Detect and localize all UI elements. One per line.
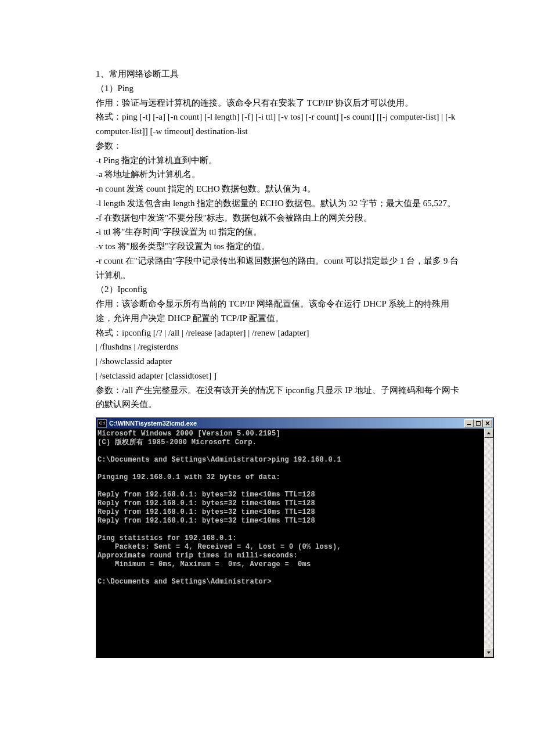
- text-line: 作用：验证与远程计算机的连接。该命令只有在安装了 TCP/IP 协议后才可以使用…: [96, 96, 464, 110]
- scroll-track[interactable]: [484, 438, 493, 648]
- cmd-icon: C:\: [98, 419, 107, 428]
- minimize-icon: [467, 421, 471, 426]
- svg-marker-5: [487, 432, 490, 434]
- text-line: | /flushdns | /registerdns: [96, 340, 464, 354]
- text-line: 格式：ping [-t] [-a] [-n count] [-l length]…: [96, 110, 464, 139]
- minimize-button[interactable]: [464, 419, 474, 427]
- text-line: -n count 发送 count 指定的 ECHO 数据包数。默认值为 4。: [96, 182, 464, 196]
- text-line: 作用：该诊断命令显示所有当前的 TCP/IP 网络配置值。该命令在运行 DHCP…: [96, 297, 464, 326]
- text-line: 参数：/all 产生完整显示。在没有该开关的情况下 ipconfig 只显示 I…: [96, 383, 464, 412]
- text-line: 1、常用网络诊断工具: [96, 67, 464, 81]
- text-line: -i ttl 将"生存时间"字段设置为 ttl 指定的值。: [96, 225, 464, 239]
- text-line: （1）Ping: [96, 81, 464, 96]
- text-line: | /setclassid adapter [classidtoset] ]: [96, 369, 464, 383]
- text-line: -t Ping 指定的计算机直到中断。: [96, 153, 464, 168]
- svg-marker-6: [487, 651, 490, 654]
- scroll-up-button[interactable]: [484, 429, 493, 438]
- maximize-button[interactable]: [474, 419, 483, 427]
- arrow-down-icon: [486, 650, 491, 655]
- cmd-client-area: Microsoft Windows 2000 [Version 5.00.219…: [96, 429, 493, 657]
- text-line: | /showclassid adapter: [96, 354, 464, 369]
- text-line: 格式：ipconfig [/? | /all | /release [adapt…: [96, 326, 464, 340]
- text-line: -v tos 将"服务类型"字段设置为 tos 指定的值。: [96, 239, 464, 254]
- text-line: -r count 在"记录路由"字段中记录传出和返回数据包的路由。count 可…: [96, 254, 464, 283]
- scroll-down-button[interactable]: [484, 648, 493, 657]
- document-text: 1、常用网络诊断工具 （1）Ping 作用：验证与远程计算机的连接。该命令只有在…: [96, 67, 464, 412]
- text-line: （2）Ipconfig: [96, 282, 464, 297]
- text-line: 参数：: [96, 139, 464, 153]
- close-icon: [485, 421, 490, 426]
- window-title: C:\WINNT\system32\cmd.exe: [109, 418, 464, 429]
- maximize-icon: [476, 421, 481, 426]
- text-line: -a 将地址解析为计算机名。: [96, 167, 464, 182]
- text-line: -f 在数据包中发送"不要分段"标志。数据包就不会被路由上的网关分段。: [96, 211, 464, 225]
- cmd-window: C:\ C:\WINNT\system32\cmd.exe Microsoft …: [96, 417, 494, 658]
- window-buttons: [464, 419, 492, 427]
- window-titlebar[interactable]: C:\ C:\WINNT\system32\cmd.exe: [96, 418, 493, 429]
- close-button[interactable]: [483, 419, 492, 427]
- page: 1、常用网络诊断工具 （1）Ping 作用：验证与远程计算机的连接。该命令只有在…: [0, 0, 534, 756]
- cmd-output[interactable]: Microsoft Windows 2000 [Version 5.00.219…: [96, 429, 484, 657]
- arrow-up-icon: [486, 431, 491, 435]
- text-line: -l length 发送包含由 length 指定的数据量的 ECHO 数据包。…: [96, 196, 464, 211]
- vertical-scrollbar[interactable]: [484, 429, 493, 657]
